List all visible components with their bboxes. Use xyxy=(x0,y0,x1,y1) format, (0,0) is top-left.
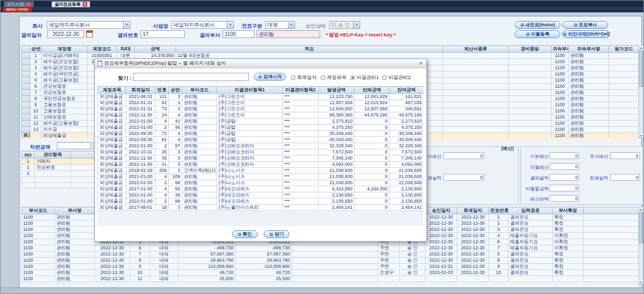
cell[interactable]: 확정 xyxy=(553,264,583,270)
cell[interactable] xyxy=(553,276,583,282)
cell[interactable]: 고객만족2팀(JJ xyxy=(182,168,217,174)
cell[interactable]: 관리팀 xyxy=(55,270,95,276)
cell[interactable] xyxy=(292,251,378,258)
budget-value-actual[interactable]: 0 xyxy=(610,174,640,181)
cell[interactable]: 관리팀 xyxy=(55,245,95,251)
cell[interactable]: 2017-08-01 xyxy=(126,205,155,211)
cell[interactable]: 조영우 xyxy=(378,270,400,276)
cell[interactable]: 2018-02-28 xyxy=(126,168,155,174)
cell[interactable] xyxy=(443,84,509,90)
cell[interactable]: 0 xyxy=(355,174,389,180)
cell[interactable]: *** xyxy=(283,168,319,174)
cell[interactable]: 2022-12-30 xyxy=(95,270,130,276)
cell[interactable]: 관리팀 xyxy=(182,186,217,192)
cell[interactable]: 관리팀 xyxy=(569,77,609,84)
cell[interactable] xyxy=(509,59,552,65)
cell[interactable]: 12,010,924 xyxy=(355,100,389,106)
cell[interactable]: 결의전표 xyxy=(509,264,553,270)
cell[interactable] xyxy=(292,258,378,264)
cell[interactable]: 확정 xyxy=(553,258,583,264)
budget-value-resolve[interactable]: 0 xyxy=(550,174,579,181)
cell[interactable]: 5 xyxy=(30,77,42,84)
cell[interactable]: 4,092,000 xyxy=(319,162,355,168)
cell[interactable] xyxy=(292,245,378,251)
cell[interactable] xyxy=(583,276,639,282)
cell[interactable]: 거래처 xyxy=(35,159,71,165)
cell[interactable]: 73 xyxy=(155,106,169,112)
cell[interactable]: 2 xyxy=(30,59,42,65)
cell[interactable]: 32,328,340 xyxy=(319,143,355,149)
cell[interactable]: 8 xyxy=(30,96,42,102)
cell[interactable]: 0 xyxy=(355,137,389,143)
cell[interactable]: 1100 xyxy=(552,114,569,121)
cell[interactable]: 3 xyxy=(30,65,42,71)
cell[interactable]: 57,087,360 xyxy=(236,251,292,258)
cell[interactable]: 관리팀 xyxy=(569,108,609,114)
cell[interactable]: 2022-12-30 xyxy=(425,251,457,258)
radio-open-mgmt-2[interactable]: 미결관리2 xyxy=(382,74,411,81)
radio-icon[interactable] xyxy=(321,75,325,80)
cell[interactable] xyxy=(609,121,639,127)
cell[interactable]: *** xyxy=(283,205,319,211)
cell[interactable]: (주)꼬메요코리아 xyxy=(217,162,283,168)
cell[interactable]: 외상매출금 xyxy=(98,192,126,199)
cell[interactable]: 3 xyxy=(169,94,182,100)
cell[interactable]: 2017-01-00 xyxy=(126,186,155,192)
new-voucher-button[interactable]: 새전표(Home) xyxy=(515,21,560,29)
cell[interactable]: 2022-12-30 xyxy=(457,233,489,239)
cell[interactable]: (주)꼬메요코리아 xyxy=(217,143,283,149)
cell[interactable]: 2023-01-03 xyxy=(425,270,457,276)
cell[interactable]: 14,378,950 xyxy=(135,53,176,59)
cell[interactable] xyxy=(22,84,30,90)
cell[interactable]: 7 xyxy=(30,90,42,96)
cell[interactable]: 0 xyxy=(355,168,389,174)
cell[interactable]: 110,058,960 xyxy=(178,264,236,270)
cell[interactable]: 10 xyxy=(130,270,150,276)
cell[interactable]: 4,092,000 xyxy=(389,162,424,168)
cell[interactable]: *** xyxy=(283,186,319,192)
budget-value-remain[interactable]: 0 xyxy=(550,195,579,202)
cell[interactable]: 외상매출금 xyxy=(98,125,126,131)
cell[interactable]: 관리팀 xyxy=(569,133,609,139)
cell[interactable]: 11 xyxy=(130,276,150,282)
cell[interactable]: 2022-12-30 xyxy=(95,258,130,264)
budget-value-carryover[interactable]: 0 xyxy=(550,185,579,191)
cell[interactable] xyxy=(583,233,639,239)
cell[interactable]: 0 xyxy=(355,119,389,125)
cell[interactable]: 12,507,959 xyxy=(319,100,355,106)
cell[interactable]: 2022-12-30 xyxy=(457,221,489,227)
cell[interactable]: 2,130,650 xyxy=(389,199,424,205)
cell[interactable]: 관리팀 xyxy=(182,143,217,149)
cell[interactable]: 관리팀 xyxy=(182,125,217,131)
tab-close-icon[interactable]: × xyxy=(83,2,87,7)
cell[interactable]: 41 xyxy=(169,119,182,125)
cell[interactable]: 3 xyxy=(22,171,35,177)
cell[interactable]: 21,038,600 xyxy=(389,174,424,180)
cell[interactable]: 4 xyxy=(489,233,509,239)
cell[interactable]: 외상매출금 xyxy=(98,186,126,192)
cell[interactable]: 1100 xyxy=(552,71,569,77)
chevron-down-icon[interactable]: ▼ xyxy=(227,22,233,28)
cell[interactable]: 21000301 xyxy=(88,53,116,59)
radio-icon-selected[interactable] xyxy=(350,75,355,80)
cell[interactable]: 외상매출금 xyxy=(98,119,126,125)
cell[interactable]: 국민연금보험료 xyxy=(42,96,88,102)
cell[interactable]: 1100 xyxy=(552,108,569,114)
cell[interactable] xyxy=(443,96,509,102)
cell[interactable]: 1100 xyxy=(552,121,569,127)
cell[interactable]: 예수금(고용보험) xyxy=(42,121,88,127)
cell[interactable]: 49,720 xyxy=(236,270,292,276)
cell[interactable]: 2022-12-30 xyxy=(457,245,489,251)
cell[interactable]: 대체 xyxy=(150,245,178,251)
budget-value-basic[interactable]: 0 xyxy=(550,152,579,159)
cell[interactable] xyxy=(22,121,30,127)
cell[interactable]: 49,720 xyxy=(178,270,236,276)
cell[interactable]: 관리팀 xyxy=(182,119,217,125)
cell[interactable]: 4 xyxy=(30,71,42,77)
cell[interactable]: 21,038,600 xyxy=(319,180,355,186)
cell[interactable]: 예수금(고용보험) xyxy=(42,77,88,84)
cell[interactable]: 관리팀 xyxy=(182,100,217,106)
cell[interactable] xyxy=(292,276,378,282)
cell[interactable]: 2,464,141 xyxy=(319,205,355,211)
cell[interactable]: 외상매출금 xyxy=(98,180,126,186)
